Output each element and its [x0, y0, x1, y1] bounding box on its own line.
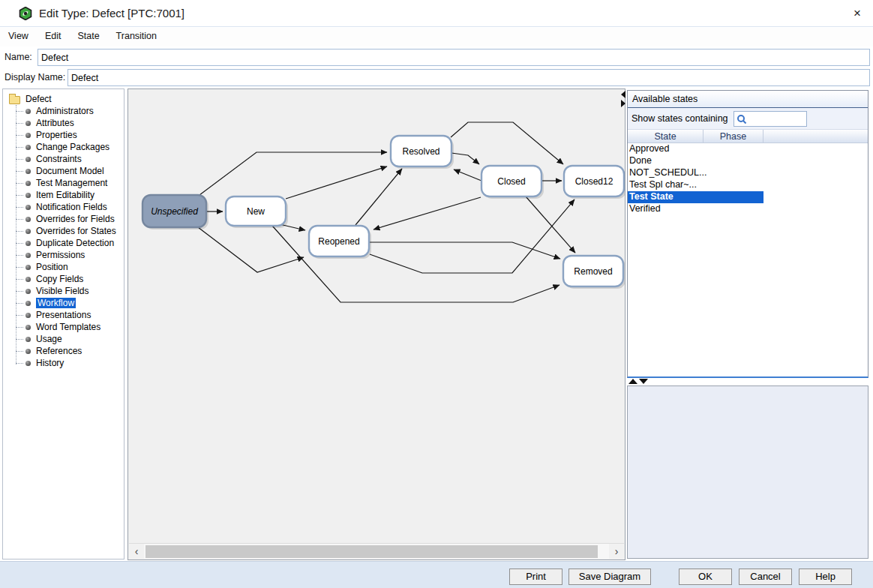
button-bar: PrintSave DiagramOKCancelHelp: [0, 561, 873, 588]
sidebar-item-usage[interactable]: Usage: [3, 333, 124, 345]
states-search-input[interactable]: [749, 112, 805, 125]
workflow-canvas[interactable]: UnspecifiedNewResolvedClosedClosed12Reop…: [128, 89, 625, 543]
state-node-resolved[interactable]: Resolved: [391, 136, 454, 169]
tree-item-label: Attributes: [36, 118, 74, 128]
collapse-up-icon[interactable]: [628, 379, 638, 384]
close-icon[interactable]: ×: [850, 7, 864, 20]
sidebar-item-presentations[interactable]: Presentations: [3, 309, 124, 321]
transition-reopened-to-resolved[interactable]: [356, 169, 402, 225]
transition-new-to-resolved[interactable]: [286, 166, 387, 199]
column-header-state[interactable]: State: [628, 130, 704, 142]
transition-resolved-to-closed[interactable]: [452, 153, 479, 164]
collapse-right-icon[interactable]: [621, 100, 626, 107]
states-list: ApprovedDoneNOT_SCHEDUL...Test Spl char~…: [628, 143, 868, 376]
panel-splitter[interactable]: [621, 91, 626, 109]
ok-button[interactable]: OK: [679, 568, 732, 585]
tree-node-icon: [26, 313, 31, 318]
state-node-closed[interactable]: Closed: [482, 166, 544, 199]
tree-branch-line: [16, 219, 23, 220]
state-row-done[interactable]: Done: [628, 155, 868, 167]
sidebar-item-visible-fields[interactable]: Visible Fields: [3, 285, 124, 297]
print-button[interactable]: Print: [509, 568, 562, 585]
states-splitter[interactable]: [628, 379, 648, 384]
type-tree-panel: Defect AdministratorsAttributesPropertie…: [2, 88, 124, 560]
scroll-right-icon[interactable]: ›: [609, 544, 624, 560]
sidebar-item-overrides-for-fields[interactable]: Overrides for Fields: [3, 213, 124, 225]
sidebar-item-properties[interactable]: Properties: [3, 129, 124, 141]
scroll-left-icon[interactable]: ‹: [129, 544, 144, 560]
title-bar: Edit Type: Defect [PTC:7001] ×: [0, 0, 873, 27]
node-label: Unspecified: [151, 206, 198, 217]
transition-reopened-to-closed12[interactable]: [370, 200, 574, 273]
transition-closed-to-removed[interactable]: [526, 196, 575, 253]
sidebar-item-attributes[interactable]: Attributes: [3, 117, 124, 129]
tree-node-icon: [26, 157, 31, 162]
state-node-unspecified[interactable]: Unspecified: [142, 195, 208, 230]
display-name-field[interactable]: [68, 69, 870, 86]
tree-node-icon: [26, 265, 31, 270]
tree-item-label: Constraints: [36, 154, 82, 164]
sidebar-item-workflow[interactable]: Workflow: [3, 297, 124, 309]
state-node-new[interactable]: New: [226, 196, 288, 228]
scrollbar-thumb[interactable]: [146, 545, 598, 558]
menu-state[interactable]: State: [69, 28, 107, 46]
sidebar-item-item-editability[interactable]: Item Editability: [3, 189, 124, 201]
sidebar-item-document-model[interactable]: Document Model: [3, 165, 124, 177]
tree-branch-line: [16, 207, 23, 208]
sidebar-item-change-packages[interactable]: Change Packages: [3, 141, 124, 153]
tree-node-icon: [26, 133, 31, 138]
transition-unspecified-to-resolved[interactable]: [200, 152, 387, 195]
sidebar-item-position[interactable]: Position: [3, 261, 124, 273]
state-row-verified[interactable]: Verified: [628, 203, 868, 215]
search-icon: [736, 114, 747, 124]
sidebar-item-overrides-for-states[interactable]: Overrides for States: [3, 225, 124, 237]
state-node-closed12[interactable]: Closed12: [564, 166, 625, 199]
window-title: Edit Type: Defect [PTC:7001]: [39, 0, 184, 27]
help-button[interactable]: Help: [799, 568, 852, 585]
tree-item-label: Test Management: [36, 178, 107, 188]
tree-item-label: History: [36, 358, 64, 368]
sidebar-item-copy-fields[interactable]: Copy Fields: [3, 273, 124, 285]
menu-view[interactable]: View: [0, 28, 37, 46]
sidebar-item-notification-fields[interactable]: Notification Fields: [3, 201, 124, 213]
transition-unspecified-to-reopened[interactable]: [198, 227, 304, 272]
sidebar-item-word-templates[interactable]: Word Templates: [3, 321, 124, 333]
state-row-test-spl-char[interactable]: Test Spl char~...: [628, 179, 868, 191]
cancel-button[interactable]: Cancel: [739, 568, 792, 585]
sidebar-item-duplicate-detection[interactable]: Duplicate Detection: [3, 237, 124, 249]
transition-resolved-to-closed12[interactable]: [451, 122, 563, 164]
edit-type-dialog: Edit Type: Defect [PTC:7001] × ViewEditS…: [0, 0, 873, 588]
state-row-not-schedul[interactable]: NOT_SCHEDUL...: [628, 167, 868, 179]
transition-closed-to-reopened[interactable]: [374, 197, 481, 230]
state-row-test-state[interactable]: Test State: [628, 191, 764, 203]
sidebar-item-history[interactable]: History: [3, 357, 124, 369]
name-field[interactable]: [38, 49, 870, 66]
tree-item-label: Workflow: [36, 298, 76, 308]
collapse-down-icon[interactable]: [639, 379, 648, 384]
sidebar-item-references[interactable]: References: [3, 345, 124, 357]
sidebar-item-constraints[interactable]: Constraints: [3, 153, 124, 165]
state-node-removed[interactable]: Removed: [563, 256, 625, 289]
tree-root-defect[interactable]: Defect: [3, 93, 124, 105]
sidebar-item-permissions[interactable]: Permissions: [3, 249, 124, 261]
tree-branch-line: [16, 111, 23, 112]
tree-branch-line: [16, 315, 23, 316]
menu-edit[interactable]: Edit: [37, 28, 70, 46]
sidebar-item-test-management[interactable]: Test Management: [3, 177, 124, 189]
tree-node-icon: [26, 253, 31, 258]
tree-node-icon: [26, 277, 31, 282]
sidebar-item-administrators[interactable]: Administrators: [3, 105, 124, 117]
menu-bar: ViewEditStateTransition: [0, 28, 873, 46]
transition-closed-to-resolved[interactable]: [454, 170, 482, 181]
save-diagram-button[interactable]: Save Diagram: [568, 568, 651, 585]
column-header-phase[interactable]: Phase: [704, 130, 764, 142]
state-row-approved[interactable]: Approved: [628, 143, 868, 155]
states-search-box[interactable]: [734, 111, 807, 127]
menu-transition[interactable]: Transition: [108, 28, 165, 46]
collapse-left-icon[interactable]: [621, 91, 626, 98]
filter-label: Show states containing: [632, 113, 728, 124]
states-table-header: State Phase: [628, 130, 868, 143]
state-node-reopened[interactable]: Reopened: [309, 226, 371, 259]
tree-node-icon: [26, 301, 31, 306]
diagram-horizontal-scrollbar[interactable]: ‹ ›: [129, 543, 624, 559]
